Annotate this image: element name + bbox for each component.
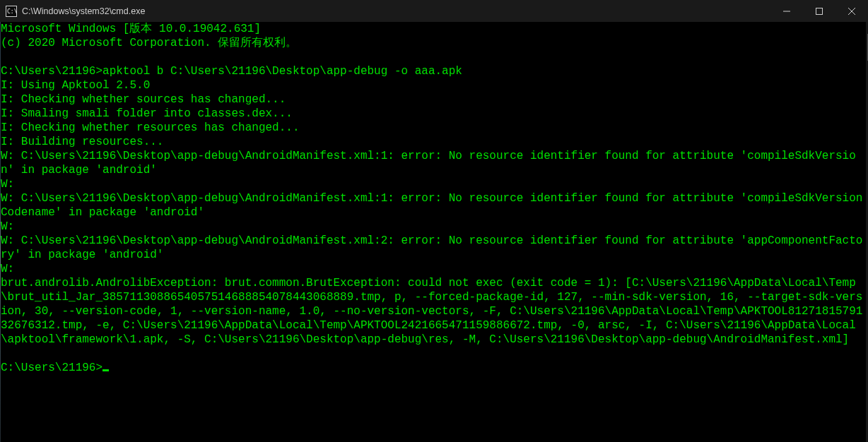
- terminal-line: I: Smaling smali folder into classes.dex…: [1, 107, 866, 121]
- svg-rect-3: [816, 8, 823, 14]
- cmd-icon: C:\: [6, 6, 17, 17]
- vertical-scrollbar[interactable]: [866, 22, 868, 442]
- window-client-area: Microsoft Windows [版本 10.0.19042.631](c)…: [0, 22, 868, 442]
- terminal-output[interactable]: Microsoft Windows [版本 10.0.19042.631](c)…: [1, 22, 866, 442]
- terminal-line: W: C:\Users\21196\Desktop\app-debug\Andr…: [1, 191, 866, 220]
- window-controls: [770, 0, 868, 22]
- terminal-prompt-current[interactable]: C:\Users\21196>: [1, 361, 866, 375]
- terminal-line: W:: [1, 220, 866, 234]
- terminal-line: I: Checking whether sources has changed.…: [1, 92, 866, 107]
- terminal-line: W:: [1, 262, 866, 276]
- terminal-line: [1, 347, 866, 361]
- window-title: C:\Windows\system32\cmd.exe: [22, 6, 145, 16]
- terminal-prompt-line: C:\Users\21196>apktool b C:\Users\21196\…: [1, 64, 866, 78]
- terminal-line: W:: [1, 177, 866, 191]
- scroll-up-arrow-icon[interactable]: [866, 22, 868, 34]
- terminal-line: W: C:\Users\21196\Desktop\app-debug\Andr…: [1, 234, 866, 262]
- terminal-line: I: Building resources...: [1, 135, 866, 149]
- terminal-line: (c) 2020 Microsoft Corporation. 保留所有权利。: [1, 36, 866, 50]
- terminal-line: W: C:\Users\21196\Desktop\app-debug\Andr…: [1, 149, 866, 177]
- terminal-line: brut.androlib.AndrolibException: brut.co…: [1, 276, 866, 347]
- svg-text:C:\: C:\: [7, 8, 17, 15]
- maximize-button[interactable]: [803, 0, 835, 22]
- text-cursor: [102, 369, 109, 371]
- terminal-line: [1, 50, 866, 64]
- terminal-line: Microsoft Windows [版本 10.0.19042.631]: [1, 22, 866, 36]
- close-button[interactable]: [835, 0, 868, 22]
- terminal-line: I: Checking whether resources has change…: [1, 121, 866, 135]
- window-titlebar: C:\ C:\Windows\system32\cmd.exe: [0, 0, 868, 22]
- terminal-line: I: Using Apktool 2.5.0: [1, 78, 866, 92]
- minimize-button[interactable]: [770, 0, 803, 22]
